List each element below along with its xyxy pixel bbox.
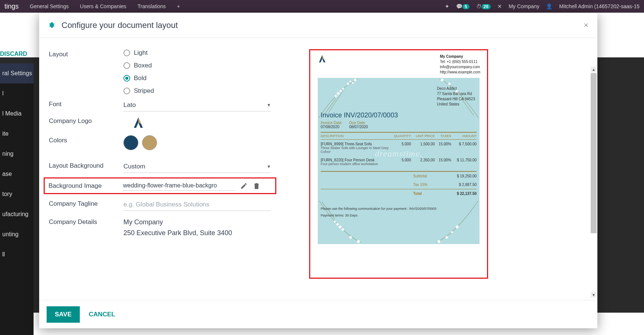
layout-radio-group: Light Boxed Bold Striped: [123, 49, 271, 95]
modal-overlay: Configure your document layout × ▲ ▼ Lay…: [0, 0, 644, 335]
preview-customer-address: Deco Addict 77 Santa Barbara Rd Pleasant…: [437, 86, 475, 107]
form-column: Layout Light Boxed Bold Striped Font Lat…: [44, 49, 276, 289]
layout-bg-label: Layout Background: [49, 161, 123, 173]
preview-logo: [317, 54, 327, 64]
preview-payment-terms: Payment terms: 30 Days: [321, 214, 477, 217]
company-logo-preview[interactable]: [131, 116, 146, 131]
trash-icon[interactable]: [253, 182, 260, 190]
modal-body: ▲ ▼ Layout Light Boxed Bold Striped Fo: [39, 38, 597, 300]
preview-payment-note: Please use the following communication f…: [321, 207, 477, 211]
preview-content: Deco Addict 77 Santa Barbara Rd Pleasant…: [318, 78, 480, 244]
background-image-highlight: Background Image wedding-flower-frame-bl…: [44, 177, 276, 194]
primary-color-swatch[interactable]: [123, 135, 138, 150]
modal-title: Configure your document layout: [62, 20, 178, 30]
layout-label: Layout: [49, 49, 123, 95]
caret-down-icon: ▼: [267, 164, 271, 169]
bg-image-filename[interactable]: wedding-flower-frame-blue-backgro: [123, 181, 235, 191]
cancel-button[interactable]: CANCEL: [89, 311, 115, 318]
layout-option-light[interactable]: Light: [123, 49, 271, 57]
layout-option-striped[interactable]: Striped: [123, 87, 271, 95]
color-swatches: [123, 135, 271, 150]
document-preview: My Company Tel: +1 (650) 555-0111 info@y…: [309, 49, 488, 279]
layout-bg-select[interactable]: Custom ▼: [123, 161, 271, 173]
preview-column: My Company Tel: +1 (650) 555-0111 info@y…: [276, 49, 597, 289]
preview-background: dreamstime. Deco Addict 77 Santa Barbara…: [318, 78, 480, 244]
tagline-label: Company Tagline: [49, 199, 123, 211]
company-details-label: Company Details: [49, 217, 123, 238]
scroll-down-icon[interactable]: ▼: [591, 292, 597, 298]
close-icon[interactable]: ×: [584, 20, 588, 30]
font-select[interactable]: Lato ▼: [123, 99, 271, 111]
layout-option-boxed[interactable]: Boxed: [123, 62, 271, 69]
scroll-up-icon[interactable]: ▲: [591, 66, 597, 72]
caret-down-icon: ▼: [267, 102, 271, 108]
company-logo-label: Company Logo: [49, 116, 123, 131]
secondary-color-swatch[interactable]: [142, 135, 157, 150]
font-label: Font: [49, 99, 123, 111]
modal-footer: SAVE CANCEL: [39, 300, 597, 328]
preview-company-info: My Company Tel: +1 (650) 555-0111 info@y…: [440, 54, 480, 74]
modal-header: Configure your document layout ×: [39, 13, 597, 38]
layout-option-bold[interactable]: Bold: [123, 75, 271, 82]
save-button[interactable]: SAVE: [47, 306, 80, 323]
preview-dates: Invoice Date:07/08/2020 Due Date:08/07/2…: [321, 121, 477, 129]
preview-invoice-title: Invoice INV/2020/07/0003: [321, 111, 477, 119]
bug-icon[interactable]: [48, 22, 56, 29]
edit-icon[interactable]: [240, 182, 248, 190]
bg-image-label: Background Image: [48, 181, 123, 191]
colors-label: Colors: [49, 135, 123, 150]
document-layout-modal: Configure your document layout × ▲ ▼ Lay…: [39, 13, 597, 328]
company-details-field[interactable]: My Company 250 Executive Park Blvd, Suit…: [123, 217, 271, 238]
tagline-input[interactable]: e.g. Global Business Solutions: [123, 199, 271, 211]
